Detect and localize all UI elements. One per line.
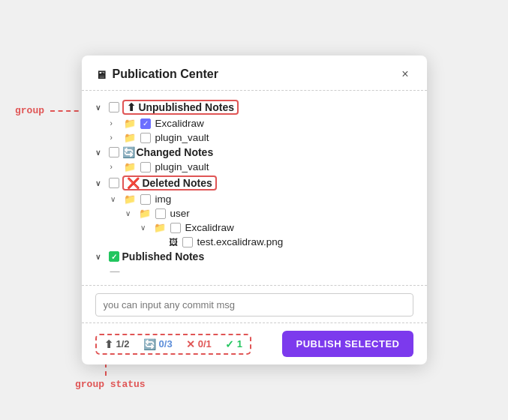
checkbox-deleted[interactable] [109, 178, 119, 188]
checkbox-excalidraw2[interactable] [170, 223, 181, 233]
chevron-published[interactable]: ∨ [95, 253, 106, 261]
checkbox-user[interactable] [155, 208, 166, 219]
checkbox-unpublished[interactable] [109, 102, 119, 112]
tree-item-img: ∨ 📁 img [95, 192, 413, 206]
file-icon-test: 🖼 [169, 237, 178, 248]
status-changed: 🔄 0/3 [143, 338, 173, 350]
checkbox-test-file[interactable] [182, 237, 193, 248]
excalidraw-label: Excalidraw [155, 118, 204, 129]
user-label: user [170, 208, 190, 219]
changed-label: Changed Notes [137, 146, 214, 158]
modal-title-text: Publication Center [113, 68, 218, 81]
chevron-plugin-vault[interactable]: › [110, 134, 121, 142]
chevron-unpublished[interactable]: ∨ [95, 104, 106, 112]
tree-item-excalidraw2: ∨ 📁 Excalidraw [95, 220, 413, 235]
test-file-label: test.excalidraw.png [197, 236, 284, 248]
chevron-user[interactable]: ∨ [125, 209, 136, 218]
modal-title: 🖥 Publication Center [95, 68, 218, 81]
deleted-group-label-box: ❌ Deleted Notes [122, 176, 217, 190]
status-changed-icon: 🔄 [143, 338, 156, 350]
status-deleted: ✕ 0/1 [186, 338, 212, 350]
unpublished-group-label-box: ⬆ Unpublished Notes [122, 100, 239, 115]
status-published: ✓ 1 [225, 338, 242, 350]
unpublished-icon: ⬆ [127, 101, 136, 113]
chevron-changed[interactable]: ∨ [95, 148, 106, 157]
close-button[interactable]: × [397, 66, 413, 82]
publication-center-modal: 🖥 Publication Center × ∨ ⬆ Unpublished N… [82, 56, 427, 364]
group-deleted: ∨ ❌ Deleted Notes [95, 174, 413, 192]
published-label: Published Notes [122, 250, 205, 262]
commit-message-input[interactable] [95, 293, 413, 316]
changed-icon: 🔄 [122, 146, 135, 158]
modal-footer: ⬆ 1/2 🔄 0/3 ✕ 0/1 ✓ 1 PUBLISH SELECTED [82, 323, 427, 364]
folder-icon-img: 📁 [124, 194, 136, 205]
folder-icon-excalidraw2: 📁 [154, 222, 166, 233]
folder-icon-plugin-vault2: 📁 [124, 161, 136, 172]
checkbox-plugin-vault[interactable] [140, 133, 151, 143]
group-status-annotation-label: group status [75, 379, 146, 390]
folder-icon-excalidraw: 📁 [124, 118, 136, 129]
plugin-vault2-label: plugin_vault [155, 161, 209, 172]
deleted-label: Deleted Notes [142, 177, 212, 189]
checkbox-excalidraw[interactable]: ✓ [140, 118, 151, 129]
excalidraw2-label: Excalidraw [185, 222, 234, 233]
group-annotation-label: group [15, 105, 44, 116]
tree-item-excalidraw: › 📁 ✓ Excalidraw [95, 116, 413, 130]
group-changed: ∨ 🔄 Changed Notes [95, 145, 413, 160]
publish-selected-button[interactable]: PUBLISH SELECTED [282, 331, 413, 357]
chevron-img[interactable]: ∨ [110, 195, 121, 203]
unpublished-label: Unpublished Notes [138, 101, 234, 113]
deleted-icon: ❌ [127, 177, 140, 189]
tree-item-user: ∨ 📁 user [95, 206, 413, 220]
modal-body: ∨ ⬆ Unpublished Notes › 📁 ✓ Excalidraw ›… [82, 91, 427, 286]
group-unpublished: ∨ ⬆ Unpublished Notes [95, 98, 413, 116]
img-label: img [155, 194, 172, 205]
checkbox-changed[interactable] [109, 147, 119, 158]
chevron-plugin-vault2[interactable]: › [110, 163, 121, 171]
status-published-icon: ✓ [225, 338, 234, 350]
checkbox-plugin-vault2[interactable] [140, 162, 151, 172]
status-unpub-icon: ⬆ [104, 338, 113, 350]
status-published-count: 1 [237, 338, 242, 350]
status-deleted-icon: ✕ [186, 338, 195, 350]
tree-item-plugin-vault2: › 📁 plugin_vault [95, 160, 413, 174]
status-unpub-count: 1/2 [116, 338, 130, 350]
chevron-excalidraw[interactable]: › [110, 119, 121, 128]
checkbox-published[interactable]: ✓ [109, 251, 119, 262]
folder-icon-plugin-vault: 📁 [124, 132, 136, 143]
folder-icon-user: 📁 [139, 208, 151, 219]
modal-header: 🖥 Publication Center × [82, 56, 427, 91]
commit-input-section [82, 286, 427, 323]
checkbox-img[interactable] [140, 194, 151, 205]
status-unpublished: ⬆ 1/2 [104, 338, 130, 350]
plugin-vault-label: plugin_vault [155, 132, 209, 143]
tree-item-test-file: › 🖼 test.excalidraw.png [95, 235, 413, 249]
status-bar: ⬆ 1/2 🔄 0/3 ✕ 0/1 ✓ 1 [95, 334, 251, 355]
tree-item-plugin-vault: › 📁 plugin_vault [95, 130, 413, 145]
group-published: ∨ ✓ Published Notes [95, 249, 413, 264]
chevron-deleted[interactable]: ∨ [95, 179, 106, 188]
status-changed-count: 0/3 [159, 338, 173, 350]
status-deleted-count: 0/1 [198, 338, 212, 350]
published-empty: — [95, 264, 413, 281]
chevron-excalidraw2[interactable]: ∨ [140, 224, 151, 232]
modal-title-icon: 🖥 [95, 68, 107, 81]
